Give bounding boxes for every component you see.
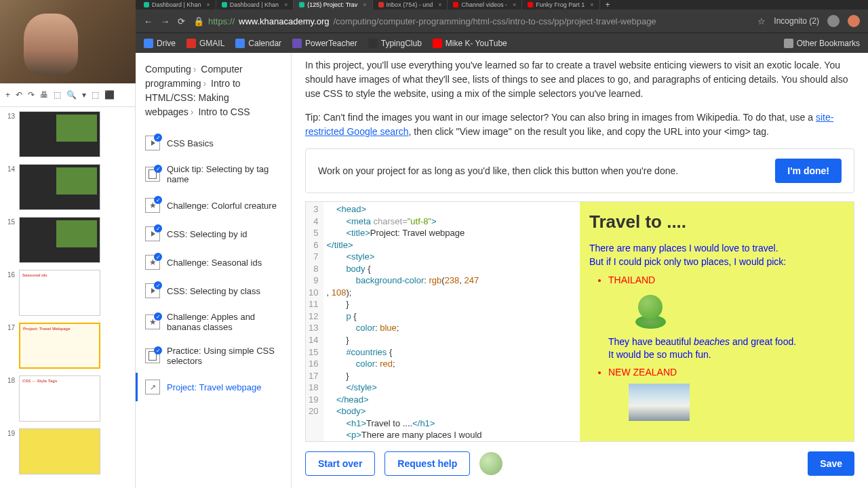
lesson-item[interactable]: ✓Challenge: Seasonal ids [136,248,291,277]
bookmark-item[interactable]: GMAIL [186,39,224,48]
slide-thumbnail[interactable]: 18CSS --- Style Tags [4,375,131,422]
slide-number: 18 [4,375,15,422]
close-icon[interactable]: × [206,1,210,8]
lesson-label: CSS Basics [167,138,214,148]
crumb-introcss[interactable]: Intro to CSS [198,106,250,117]
back-icon[interactable]: ← [144,16,153,26]
done-message: Work on your project for as long as you'… [318,165,678,176]
lesson-item[interactable]: ✓CSS: Selecting by id [136,220,291,248]
lesson-proj-icon [145,380,160,394]
select-icon[interactable]: ⬚ [92,90,99,100]
bookmark-favicon [433,39,442,48]
slide-thumbnail[interactable]: 19 [4,428,131,474]
lock-icon: 🔒 [193,16,204,26]
bookmark-label: TypingClub [381,39,422,48]
slides-list[interactable]: 13141516Seasonal ids17Project: Travel We… [0,107,135,488]
lesson-label: Quick tip: Selecting by tag name [167,164,281,184]
close-icon[interactable]: × [363,1,366,8]
bookmark-label: Mike K- YouTube [446,39,507,48]
bookmark-item[interactable]: TypingClub [368,39,422,48]
zoom-icon[interactable]: 🔍 [66,90,77,100]
new-tab-button[interactable]: + [600,0,616,9]
browser-tab[interactable]: Dashboard | Khan× [138,0,216,9]
check-icon: ✓ [154,346,162,354]
main-content: In this project, you'll use everything y… [292,53,868,488]
close-icon[interactable]: × [513,1,516,8]
lesson-star-icon: ✓ [145,255,160,270]
format-icon[interactable]: ⬚ [54,90,61,100]
browser-window: Dashboard | Khan×Dashboard | Khan×(125) … [136,0,868,488]
url-field[interactable]: 🔒 https://www.khanacademy.org/computing/… [193,16,749,26]
browser-tab[interactable]: Funky Frog Part 1× [522,0,599,9]
reload-icon[interactable]: ⟳ [178,16,185,26]
slide-thumbnail[interactable]: 14 [4,164,131,210]
incognito-icon[interactable] [827,15,840,27]
request-help-button[interactable]: Request help [384,451,470,476]
lesson-label: CSS: Selecting by id [167,229,248,239]
lesson-item[interactable]: ✓CSS: Selecting by class [136,277,291,305]
close-icon[interactable]: × [438,1,441,8]
bookmark-favicon [144,39,153,48]
bookmark-label: Drive [157,39,176,48]
tab-label: Dashboard | Khan [152,1,201,8]
url-path: /computing/computer-programming/html-css… [333,16,656,26]
print-icon[interactable]: 🖶 [40,90,48,100]
slide-number: 15 [4,217,15,263]
save-button[interactable]: Save [808,451,854,476]
undo-icon[interactable]: ↶ [16,90,22,100]
other-bookmarks-label: Other Bookmarks [797,39,860,48]
lesson-item[interactable]: ✓CSS Basics [136,129,291,157]
bookmarks-bar: DriveGMAILCalendarPowerTeacherTypingClub… [136,33,868,53]
slides-toolbar: + ↶ ↷ 🖶 ⬚ 🔍 ▾ ⬚ ⬛ [0,83,135,107]
close-icon[interactable]: × [284,1,288,8]
bookmark-favicon [292,39,302,48]
close-icon[interactable]: × [590,1,593,8]
browser-tab[interactable]: Channel videos -× [448,0,522,9]
done-button[interactable]: I'm done! [775,159,842,183]
chevron-down-icon[interactable]: ▾ [82,90,86,100]
browser-tab[interactable]: (125) Project: Trav× [294,0,372,9]
browser-tab[interactable]: Inbox (754) - und× [373,0,448,9]
slide-thumbnail[interactable]: 17Project: Travel Webpage [4,323,131,369]
tip-text: Tip: Can't find the images you want in o… [305,112,816,123]
user-avatar[interactable] [479,452,502,475]
bookmark-label: Calendar [248,39,281,48]
bookmark-item[interactable]: Calendar [235,39,281,48]
slide-thumbnail[interactable]: 16Seasonal ids [4,270,131,316]
code-content[interactable]: <head> <meta charset="utf-8"> <title>Pro… [323,202,484,441]
tab-label: (125) Project: Trav [307,1,357,8]
lesson-play-icon: ✓ [145,283,160,298]
star-icon[interactable]: ☆ [757,16,766,26]
preview-p: There are many places I would love to tr… [589,242,844,268]
check-icon: ✓ [154,165,162,173]
lesson-item[interactable]: Project: Travel webpage [136,373,291,401]
crumb-computing[interactable]: Computing [145,64,191,75]
tab-favicon [299,2,304,7]
browser-tab[interactable]: Dashboard | Khan× [216,0,294,9]
bookmark-item[interactable]: Drive [144,39,176,48]
other-bookmarks[interactable]: Other Bookmarks [784,39,860,48]
slides-add-icon[interactable]: + [5,90,10,100]
forward-icon[interactable]: → [161,16,170,26]
slide-thumbnail[interactable]: 13 [4,111,131,157]
slide-thumbnail[interactable]: 15 [4,217,131,263]
cursor-icon[interactable]: ⬛ [104,90,115,100]
start-over-button[interactable]: Start over [305,451,375,476]
lesson-sidebar: Computing› Computer programming› Intro t… [136,53,292,488]
code-editor[interactable]: 34567891011121314151617181920 <head> <me… [306,202,580,441]
bookmark-item[interactable]: PowerTeacher [292,39,357,48]
bookmark-favicon [186,39,196,48]
redo-icon[interactable]: ↷ [28,90,35,100]
lesson-item[interactable]: ✓Challenge: Colorful creature [136,191,291,220]
lesson-label: Challenge: Apples and bananas classes [167,312,281,332]
bookmark-item[interactable]: Mike K- YouTube [433,39,507,48]
url-scheme: https:// [208,16,235,26]
lesson-star-icon: ✓ [145,198,160,213]
tab-label: Inbox (754) - und [387,1,433,8]
profile-avatar[interactable] [848,15,860,27]
tip-text-2: , then click "View image" on the result … [409,126,769,137]
lesson-item[interactable]: ✓Practice: Using simple CSS selectors [136,339,291,373]
bookmark-favicon [235,39,245,48]
lesson-item[interactable]: ✓Quick tip: Selecting by tag name [136,157,291,191]
lesson-item[interactable]: ✓Challenge: Apples and bananas classes [136,305,291,339]
